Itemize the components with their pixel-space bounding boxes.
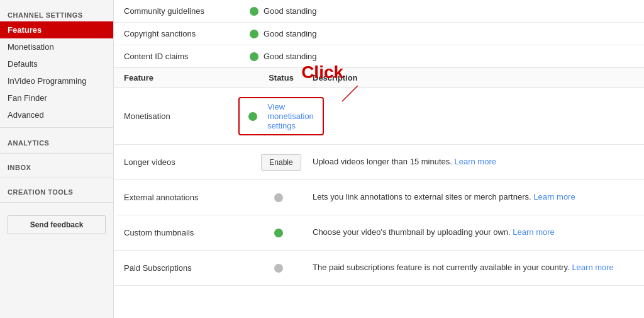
external-annotations-row: External annotations Lets you link annot… [114, 180, 644, 215]
custom-thumbnails-dot [274, 229, 283, 237]
sidebar-item-monetisation[interactable]: Monetisation [0, 38, 113, 55]
longer-videos-learn-more[interactable]: Learn more [455, 157, 496, 166]
sidebar-item-advanced[interactable]: Advanced [0, 106, 113, 123]
paid-subscriptions-dot [274, 264, 283, 273]
external-annotations-status-cell [250, 193, 313, 202]
external-annotations-dot [274, 193, 283, 202]
monetisation-row: Monetisation View monetisation settings … [114, 88, 644, 145]
paid-subscriptions-desc: The paid subscriptions feature is not cu… [313, 262, 634, 273]
sidebar-item-invideo-programming[interactable]: InVideo Programming [0, 72, 113, 89]
header-status: Status [250, 73, 313, 82]
view-monetisation-link[interactable]: View monetisation settings [267, 102, 314, 130]
monetisation-status-cell: View monetisation settings Click [250, 97, 313, 135]
svg-line-0 [342, 86, 358, 101]
community-guidelines-dot [250, 7, 258, 16]
features-table: Feature Status Description Monetisation … [114, 68, 644, 286]
external-annotations-learn-more[interactable]: Learn more [533, 192, 575, 202]
custom-thumbnails-desc: Choose your video's thumbnail by uploadi… [313, 227, 634, 238]
view-monetisation-settings-button[interactable]: View monetisation settings [238, 97, 324, 135]
paid-subscriptions-feature-name: Paid Subscriptions [124, 263, 250, 273]
external-annotations-feature-name: External annotations [124, 193, 250, 202]
content-id-claims-dot [250, 52, 258, 61]
click-annotation: View monetisation settings Click [238, 97, 324, 135]
content-id-claims-status: Good standing [264, 52, 317, 61]
custom-thumbnails-learn-more[interactable]: Learn more [513, 227, 554, 237]
inbox-heading: INBOX [0, 159, 113, 174]
header-description: Description [313, 73, 634, 82]
click-arrow-svg [339, 86, 377, 105]
longer-videos-desc: Upload videos longer than 15 minutes. Le… [313, 156, 634, 168]
sidebar-divider-1 [0, 127, 113, 128]
longer-videos-enable-button[interactable]: Enable [261, 154, 301, 171]
paid-subscriptions-learn-more[interactable]: Learn more [572, 263, 613, 272]
community-guidelines-label: Community guidelines [124, 6, 250, 16]
sidebar-divider-2 [0, 153, 113, 154]
content-id-claims-row: Content ID claims Good standing [114, 45, 644, 67]
copyright-sanctions-label: Copyright sanctions [124, 29, 250, 38]
copyright-sanctions-dot [250, 30, 258, 38]
community-guidelines-row: Community guidelines Good standing [114, 0, 644, 23]
sidebar-item-features[interactable]: Features [0, 21, 113, 38]
sidebar-divider-3 [0, 178, 113, 178]
sidebar-divider-4 [0, 202, 113, 203]
creation-tools-heading: CREATION TOOLS [0, 183, 113, 198]
monetisation-feature-name: Monetisation [124, 111, 250, 121]
send-feedback-button[interactable]: Send feedback [8, 215, 106, 234]
external-annotations-desc: Lets you link annotations to external si… [313, 191, 634, 203]
analytics-heading: ANALYTICS [0, 134, 113, 149]
longer-videos-status-cell: Enable [250, 154, 313, 171]
features-table-header: Feature Status Description [114, 68, 644, 88]
sidebar-item-defaults[interactable]: Defaults [0, 55, 113, 72]
copyright-sanctions-status: Good standing [264, 29, 317, 38]
content-id-claims-label: Content ID claims [124, 52, 250, 61]
paid-subscriptions-row: Paid Subscriptions The paid subscription… [114, 251, 644, 286]
channel-settings-heading: CHANNEL SETTINGS [0, 6, 113, 21]
sidebar: CHANNEL SETTINGS Features Monetisation D… [0, 0, 114, 318]
custom-thumbnails-status-cell [250, 229, 313, 237]
header-feature: Feature [124, 73, 250, 82]
copyright-sanctions-row: Copyright sanctions Good standing [114, 23, 644, 45]
custom-thumbnails-row: Custom thumbnails Choose your video's th… [114, 215, 644, 251]
paid-subscriptions-status-cell [250, 264, 313, 273]
main-content: Community guidelines Good standing Copyr… [114, 0, 644, 318]
status-section: Community guidelines Good standing Copyr… [114, 0, 644, 68]
community-guidelines-status: Good standing [264, 6, 317, 16]
sidebar-item-fan-finder[interactable]: Fan Finder [0, 89, 113, 106]
custom-thumbnails-feature-name: Custom thumbnails [124, 228, 250, 237]
monetisation-dot [248, 112, 257, 121]
longer-videos-feature-name: Longer videos [124, 157, 250, 167]
longer-videos-row: Longer videos Enable Upload videos longe… [114, 145, 644, 180]
